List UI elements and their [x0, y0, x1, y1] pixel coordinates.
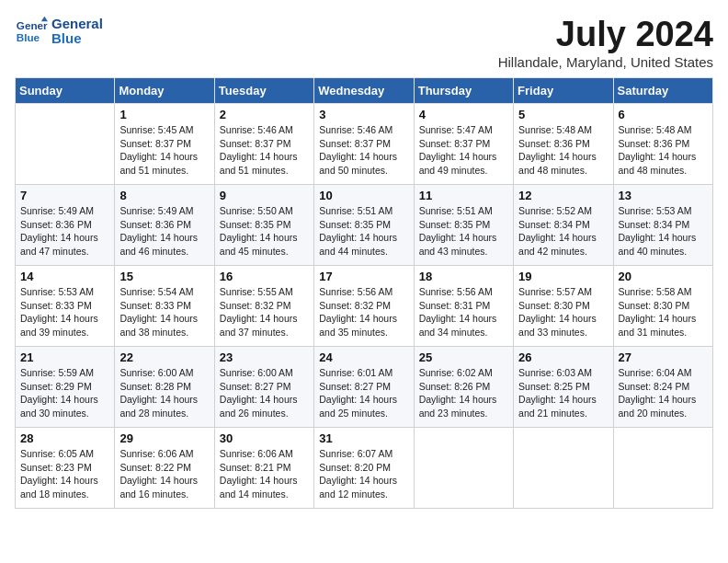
logo-general: General	[51, 17, 103, 32]
calendar-cell: 25Sunrise: 6:02 AM Sunset: 8:26 PM Dayli…	[414, 347, 513, 428]
calendar-cell: 19Sunrise: 5:57 AM Sunset: 8:30 PM Dayli…	[514, 266, 613, 347]
day-info: Sunrise: 5:56 AM Sunset: 8:31 PM Dayligh…	[419, 285, 508, 339]
calendar-cell	[414, 428, 513, 509]
month-year: July 2024	[498, 15, 713, 54]
weekday-header-tuesday: Tuesday	[214, 78, 313, 104]
calendar-cell	[16, 104, 115, 185]
day-info: Sunrise: 6:03 AM Sunset: 8:25 PM Dayligh…	[518, 366, 608, 420]
day-info: Sunrise: 5:50 AM Sunset: 8:35 PM Dayligh…	[220, 204, 309, 259]
day-number: 21	[20, 350, 109, 364]
weekday-header-sunday: Sunday	[16, 78, 115, 104]
day-info: Sunrise: 5:54 AM Sunset: 8:33 PM Dayligh…	[119, 285, 209, 339]
day-info: Sunrise: 6:06 AM Sunset: 8:22 PM Dayligh…	[119, 447, 209, 501]
day-number: 11	[419, 189, 508, 202]
title-section: July 2024 Hillandale, Maryland, United S…	[498, 15, 713, 70]
day-info: Sunrise: 5:49 AM Sunset: 8:36 PM Dayligh…	[20, 204, 109, 259]
calendar-cell: 16Sunrise: 5:55 AM Sunset: 8:32 PM Dayli…	[214, 266, 313, 347]
calendar-cell: 5Sunrise: 5:48 AM Sunset: 8:36 PM Daylig…	[514, 104, 613, 185]
calendar-cell	[613, 428, 712, 509]
calendar-cell: 20Sunrise: 5:58 AM Sunset: 8:30 PM Dayli…	[613, 266, 712, 347]
day-number: 10	[319, 189, 408, 202]
calendar-cell: 22Sunrise: 6:00 AM Sunset: 8:28 PM Dayli…	[115, 347, 214, 428]
day-info: Sunrise: 5:47 AM Sunset: 8:37 PM Dayligh…	[419, 123, 508, 178]
calendar-cell: 7Sunrise: 5:49 AM Sunset: 8:36 PM Daylig…	[16, 185, 115, 266]
day-number: 13	[619, 189, 708, 202]
logo: General Blue General Blue	[15, 15, 103, 48]
logo-blue: Blue	[51, 31, 103, 47]
day-info: Sunrise: 5:53 AM Sunset: 8:33 PM Dayligh…	[20, 285, 109, 339]
day-info: Sunrise: 5:53 AM Sunset: 8:34 PM Dayligh…	[619, 204, 708, 259]
day-info: Sunrise: 6:06 AM Sunset: 8:21 PM Dayligh…	[220, 447, 309, 501]
day-info: Sunrise: 6:00 AM Sunset: 8:27 PM Dayligh…	[220, 366, 309, 420]
weekday-header-wednesday: Wednesday	[314, 78, 414, 104]
day-number: 25	[419, 350, 508, 364]
weekday-header-row: SundayMondayTuesdayWednesdayThursdayFrid…	[16, 78, 713, 104]
location: Hillandale, Maryland, United States	[498, 54, 713, 70]
calendar-week-row: 7Sunrise: 5:49 AM Sunset: 8:36 PM Daylig…	[16, 185, 713, 266]
calendar-cell: 12Sunrise: 5:52 AM Sunset: 8:34 PM Dayli…	[514, 185, 613, 266]
day-info: Sunrise: 6:02 AM Sunset: 8:26 PM Dayligh…	[419, 366, 508, 420]
calendar-cell: 1Sunrise: 5:45 AM Sunset: 8:37 PM Daylig…	[115, 104, 214, 185]
day-number: 31	[319, 431, 408, 445]
calendar-cell: 26Sunrise: 6:03 AM Sunset: 8:25 PM Dayli…	[514, 347, 613, 428]
calendar-cell	[514, 428, 613, 509]
svg-text:Blue: Blue	[17, 31, 40, 43]
calendar-week-row: 14Sunrise: 5:53 AM Sunset: 8:33 PM Dayli…	[16, 266, 713, 347]
day-number: 1	[119, 108, 209, 121]
calendar-cell: 24Sunrise: 6:01 AM Sunset: 8:27 PM Dayli…	[314, 347, 414, 428]
day-number: 19	[518, 270, 608, 283]
header: General Blue General Blue July 2024 Hill…	[15, 15, 713, 70]
day-info: Sunrise: 5:58 AM Sunset: 8:30 PM Dayligh…	[619, 285, 708, 339]
day-number: 6	[619, 108, 708, 121]
calendar-cell: 29Sunrise: 6:06 AM Sunset: 8:22 PM Dayli…	[115, 428, 214, 509]
calendar-cell: 6Sunrise: 5:48 AM Sunset: 8:36 PM Daylig…	[613, 104, 712, 185]
calendar-cell: 4Sunrise: 5:47 AM Sunset: 8:37 PM Daylig…	[414, 104, 513, 185]
day-info: Sunrise: 5:48 AM Sunset: 8:36 PM Dayligh…	[619, 123, 708, 178]
day-number: 7	[20, 189, 109, 202]
day-number: 18	[419, 270, 508, 283]
day-info: Sunrise: 5:49 AM Sunset: 8:36 PM Dayligh…	[119, 204, 209, 259]
day-number: 17	[319, 270, 408, 283]
calendar-cell: 8Sunrise: 5:49 AM Sunset: 8:36 PM Daylig…	[115, 185, 214, 266]
calendar-week-row: 28Sunrise: 6:05 AM Sunset: 8:23 PM Dayli…	[16, 428, 713, 509]
day-number: 27	[619, 350, 708, 364]
day-info: Sunrise: 5:46 AM Sunset: 8:37 PM Dayligh…	[319, 123, 408, 178]
day-number: 30	[220, 431, 309, 445]
weekday-header-monday: Monday	[115, 78, 214, 104]
day-info: Sunrise: 5:55 AM Sunset: 8:32 PM Dayligh…	[220, 285, 309, 339]
day-info: Sunrise: 5:57 AM Sunset: 8:30 PM Dayligh…	[518, 285, 608, 339]
calendar-cell: 14Sunrise: 5:53 AM Sunset: 8:33 PM Dayli…	[16, 266, 115, 347]
day-number: 28	[20, 431, 109, 445]
day-number: 12	[518, 189, 608, 202]
calendar-week-row: 1Sunrise: 5:45 AM Sunset: 8:37 PM Daylig…	[16, 104, 713, 185]
day-number: 15	[119, 270, 209, 283]
calendar-cell: 21Sunrise: 5:59 AM Sunset: 8:29 PM Dayli…	[16, 347, 115, 428]
calendar-cell: 31Sunrise: 6:07 AM Sunset: 8:20 PM Dayli…	[314, 428, 414, 509]
calendar-cell: 2Sunrise: 5:46 AM Sunset: 8:37 PM Daylig…	[214, 104, 313, 185]
day-info: Sunrise: 5:51 AM Sunset: 8:35 PM Dayligh…	[319, 204, 408, 259]
day-number: 5	[518, 108, 608, 121]
day-info: Sunrise: 5:45 AM Sunset: 8:37 PM Dayligh…	[119, 123, 209, 178]
day-number: 2	[220, 108, 309, 121]
day-number: 4	[419, 108, 508, 121]
day-info: Sunrise: 6:05 AM Sunset: 8:23 PM Dayligh…	[20, 447, 109, 501]
day-number: 8	[119, 189, 209, 202]
logo-icon: General Blue	[15, 15, 48, 48]
calendar-cell: 23Sunrise: 6:00 AM Sunset: 8:27 PM Dayli…	[214, 347, 313, 428]
day-info: Sunrise: 5:46 AM Sunset: 8:37 PM Dayligh…	[220, 123, 309, 178]
day-info: Sunrise: 6:04 AM Sunset: 8:24 PM Dayligh…	[619, 366, 708, 420]
calendar-cell: 15Sunrise: 5:54 AM Sunset: 8:33 PM Dayli…	[115, 266, 214, 347]
day-number: 3	[319, 108, 408, 121]
calendar-cell: 13Sunrise: 5:53 AM Sunset: 8:34 PM Dayli…	[613, 185, 712, 266]
calendar-week-row: 21Sunrise: 5:59 AM Sunset: 8:29 PM Dayli…	[16, 347, 713, 428]
day-info: Sunrise: 5:52 AM Sunset: 8:34 PM Dayligh…	[518, 204, 608, 259]
weekday-header-thursday: Thursday	[414, 78, 513, 104]
calendar-cell: 10Sunrise: 5:51 AM Sunset: 8:35 PM Dayli…	[314, 185, 414, 266]
day-number: 29	[119, 431, 209, 445]
day-number: 14	[20, 270, 109, 283]
weekday-header-friday: Friday	[514, 78, 613, 104]
day-number: 24	[319, 350, 408, 364]
calendar-cell: 30Sunrise: 6:06 AM Sunset: 8:21 PM Dayli…	[214, 428, 313, 509]
calendar-cell: 9Sunrise: 5:50 AM Sunset: 8:35 PM Daylig…	[214, 185, 313, 266]
calendar-cell: 11Sunrise: 5:51 AM Sunset: 8:35 PM Dayli…	[414, 185, 513, 266]
